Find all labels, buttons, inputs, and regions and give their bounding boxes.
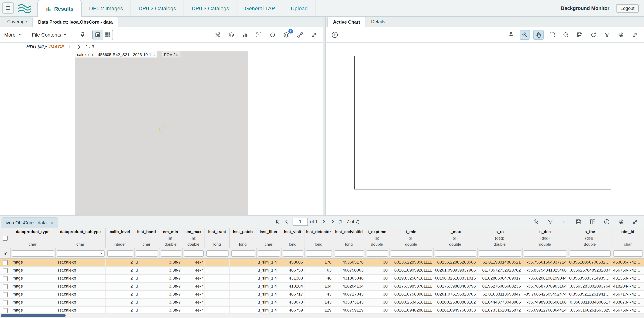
column-header-lsst_ccdvisitid[interactable]: lsst_ccdvisitid long [333,228,365,248]
file-contents-dropdown[interactable]: File Contents [32,32,67,37]
column-header-lsst_detector[interactable]: lsst_detector long [304,228,333,248]
tab-active-chart[interactable]: Active Chart [327,17,366,27]
tab-results[interactable]: Results [38,0,82,17]
column-header-s_ra[interactable]: s_ra(deg)double [477,228,522,248]
pin-button[interactable] [531,217,541,226]
zoom-1x-button[interactable] [561,30,571,39]
filter-t_max-input[interactable] [435,250,476,257]
filter-em_max-input[interactable] [184,250,204,257]
table-row[interactable]: imagelsst.calexp2u3.3e-74e-7u_sim_1.4433… [0,299,644,307]
expand-button[interactable] [630,217,640,226]
tab-dp0-3-catalogs[interactable]: DP0.3 Catalogs [184,0,237,16]
column-header-t_exptime[interactable]: t_exptime(s)double [365,228,389,248]
tab-dp0-2-images[interactable]: DP0.2 Images [82,0,131,16]
unlink-button[interactable] [295,30,305,39]
row-checkbox[interactable] [2,260,8,265]
filter-lsst_ccdvisitid-input[interactable] [334,250,364,257]
column-header-em_min[interactable]: em_min(m)double [159,228,182,248]
column-header-lsst_filter[interactable]: lsst_filter char [256,228,281,248]
add-chart-button[interactable] [330,30,340,39]
gear-button[interactable] [616,30,626,39]
column-header-lsst_patch[interactable]: lsst_patch long [230,228,256,248]
column-header-s_dec[interactable]: s_dec(deg)double [522,228,568,248]
menu-button[interactable] [2,2,14,14]
next-hdu-button[interactable] [76,44,82,50]
filter-button[interactable] [602,30,612,39]
column-header-t_min[interactable]: t_min(d)double [389,228,434,248]
tab-details[interactable]: Details [366,17,390,27]
filter-lsst_filter-input[interactable] [258,250,280,257]
pin-button[interactable] [78,30,88,39]
row-checkbox[interactable] [2,284,8,289]
table-row[interactable]: imagelsst.calexp2u3.3e-74e-7u_sim_1.4466… [0,307,644,313]
tools-button[interactable] [212,30,223,39]
close-icon[interactable] [50,221,54,225]
tab-upload[interactable]: Upload [283,0,316,16]
prev-hdu-button[interactable] [67,44,74,50]
filter-em_min-input[interactable] [160,250,181,257]
region-button[interactable] [268,30,278,39]
restore-button[interactable] [588,30,598,39]
filter-dataproduct_type-input[interactable] [12,250,54,257]
row-checkbox[interactable] [2,268,8,273]
gear-button[interactable] [616,217,626,226]
last-page-button[interactable] [329,218,336,225]
add-column-button[interactable] [588,217,598,226]
select-all-checkbox[interactable] [2,236,8,241]
column-header-lsst_visit[interactable]: lsst_visit long [281,228,304,248]
row-checkbox[interactable] [2,292,8,297]
single-view-button[interactable] [93,30,103,39]
horizontal-scrollbar[interactable] [0,313,644,318]
table-row[interactable]: imagelsst.calexp2u3.3e-74e-7u_sim_1.4431… [0,275,644,283]
filter-t_exptime-input[interactable] [367,250,388,257]
filter-lsst_tract-input[interactable] [206,250,228,257]
filter-s_dec-input[interactable] [524,250,567,257]
table-row[interactable]: imagelsst.calexp2u3.3e-74e-7u_sim_1.4466… [0,291,644,299]
column-header-lsst_tract[interactable]: lsst_tract long [205,228,230,248]
filter-button[interactable] [545,217,556,226]
filter-lsst_patch-input[interactable] [231,250,255,257]
row-checkbox[interactable] [2,308,8,313]
text-button[interactable] [559,217,570,226]
table-row[interactable]: imagelsst.calexp2u3.3e-74e-7u_sim_1.4466… [0,267,644,275]
table-row[interactable]: imagelsst.calexp2u3.3e-74e-7u_sim_1.4453… [0,259,644,267]
first-page-button[interactable] [274,218,281,225]
table-tab[interactable]: ivoa.ObsCore - data [2,217,58,228]
scatter-plot[interactable] [326,43,644,215]
tab-coverage[interactable]: Coverage [2,17,32,27]
column-header-dataproduct_type[interactable]: dataproduct_type char [10,228,55,248]
grid-view-button[interactable] [103,30,112,39]
expand-button[interactable] [309,30,319,39]
filter-lsst_visit-input[interactable] [283,250,303,257]
histogram-button[interactable] [240,30,250,39]
filter-obs_id-input[interactable] [614,250,643,257]
sky-image[interactable]: calexp - u - 453605-R42_S21 - 2023-10-1…… [75,51,248,215]
column-header-em_max[interactable]: em_max(m)double [182,228,205,248]
scrollbar-thumb[interactable] [1,314,66,317]
column-header-s_fov[interactable]: s_fov(deg)double [568,228,612,248]
filter-lsst_detector-input[interactable] [306,250,332,257]
background-monitor-button[interactable]: Background Monitor [561,5,609,11]
column-header-calib_level[interactable]: calib_level integer [106,228,134,248]
tab-dp0-2-catalogs[interactable]: DP0.2 Catalogs [131,0,184,16]
layers-button[interactable]: 2 [281,30,292,39]
select-button[interactable] [547,30,558,39]
palette-button[interactable] [226,30,236,39]
hand-button[interactable] [533,30,544,39]
prev-page-button[interactable] [284,218,290,225]
info-button[interactable] [602,217,612,226]
column-header-obs_id[interactable]: obs_id char [612,228,644,248]
zoom-in-button[interactable] [520,30,530,39]
more-dropdown[interactable]: More [4,32,21,37]
filter-s_fov-input[interactable] [570,250,611,257]
pin-button[interactable] [506,30,516,39]
recenter-button[interactable] [254,30,264,39]
logout-button[interactable]: Logout [616,4,639,12]
filter-calib_level-input[interactable] [107,250,133,257]
filter-s_ra-input[interactable] [479,250,521,257]
tab-data-product[interactable]: Data Product: ivoa.ObsCore - data [32,17,118,27]
tab-general-tap[interactable]: General TAP [237,0,283,16]
save-button[interactable] [574,217,584,226]
column-header-dataproduct_subtype[interactable]: dataproduct_subtype char [55,228,106,248]
sky-canvas[interactable] [75,51,248,215]
